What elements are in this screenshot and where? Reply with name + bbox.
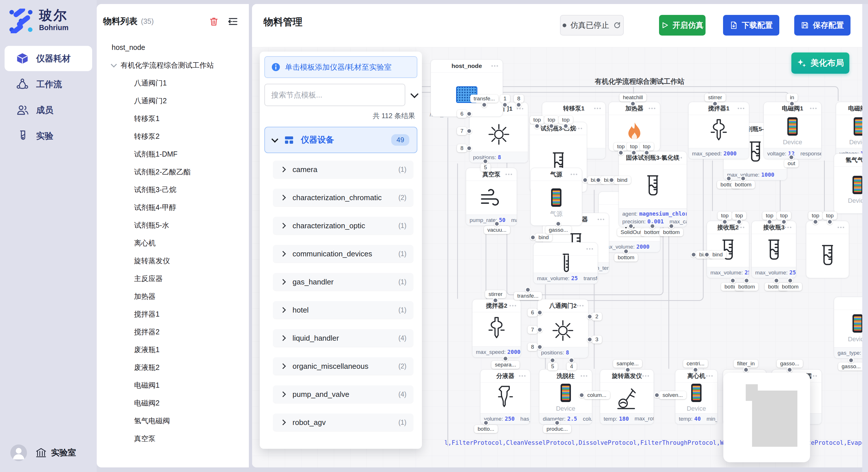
template-category-item[interactable]: pump_and_valve(4) [273,385,413,403]
tree-item[interactable]: 搅拌器2 [112,323,246,341]
node-menu-icon[interactable] [810,375,812,377]
tree-item[interactable]: 试剂瓶1-DMF [112,145,246,163]
template-category-item[interactable]: gas_handler(1) [273,273,413,291]
tree-item[interactable]: 八通阀门1 [112,74,246,92]
template-category-item[interactable]: organic_miscellaneous(2) [273,357,413,375]
node-menu-icon[interactable] [838,227,839,228]
canvas-node[interactable]: 分液器volume:250has_phases:true [480,369,530,425]
canvas-node[interactable]: 气源气源 [530,168,582,226]
port-handle[interactable] [730,278,736,283]
node-menu-icon[interactable] [785,227,786,228]
port-handle[interactable] [740,175,746,181]
tree-item[interactable]: host_node [112,38,246,56]
port-handle[interactable] [595,177,601,183]
start-simulation-button[interactable]: 开启仿真 [659,15,706,36]
tree-item[interactable]: 氢气电磁阀 [112,412,246,430]
vertical-scrollbar[interactable] [862,4,868,472]
canvas-node[interactable]: 搅拌器1max_speed:2000 [688,102,749,159]
canvas-node[interactable]: 接收瓶2max_volume:250 [707,221,749,278]
canvas-node[interactable]: 固体试剂瓶3-氯化镁agent:magnesium_chloridephyspr… [619,151,687,227]
port-handle[interactable] [787,367,793,373]
tree-item[interactable]: 旋转蒸发仪 [112,252,246,270]
node-menu-icon[interactable] [577,305,578,307]
tree-item[interactable]: 废液瓶1 [112,341,246,359]
port-handle[interactable] [693,367,699,373]
canvas-node[interactable]: 接收瓶3max_volume:250 [751,221,796,278]
port-handle[interactable] [481,102,487,108]
port-handle[interactable] [493,297,499,303]
tree-item[interactable]: 试剂瓶3-己烷 [112,181,246,198]
canvas-node[interactable] [806,221,849,278]
template-category-item[interactable]: liquid_handler(4) [273,329,413,347]
port-handle[interactable] [537,327,543,333]
collapse-panel-icon[interactable] [228,16,239,27]
port-handle[interactable] [726,175,732,181]
port-handle[interactable] [609,177,615,183]
tree-item[interactable]: 转移泵2 [112,127,246,145]
port-handle[interactable] [628,223,634,229]
port-handle[interactable] [537,344,543,350]
port-handle[interactable] [736,219,742,225]
port-handle[interactable] [582,177,588,183]
canvas-node[interactable]: max_volume:25transfer_rate:10 [533,242,598,284]
template-category-item[interactable]: communication_devices(1) [273,245,413,263]
node-menu-icon[interactable] [649,108,650,109]
port-handle[interactable] [549,123,555,129]
tree-item[interactable]: 主反应器 [112,270,246,287]
tree-item[interactable]: 试剂瓶2-乙酸乙酯 [112,163,246,181]
port-handle[interactable] [743,367,749,373]
port-handle[interactable] [466,128,472,134]
canvas-node[interactable]: host_node [431,59,503,117]
port-handle[interactable] [813,219,818,225]
delete-icon[interactable] [209,16,219,27]
port-handle[interactable] [563,123,569,129]
port-handle[interactable] [579,392,585,398]
template-category-item[interactable]: camera(1) [273,161,413,178]
port-handle[interactable] [525,287,531,293]
canvas-node[interactable]: 电磁阀1Devicevoltage:12response_time:0.1 [764,102,822,159]
port-handle[interactable] [630,101,636,107]
port-handle[interactable] [530,235,536,241]
port-handle[interactable] [534,123,540,129]
tree-item[interactable]: 离心机 [112,234,246,252]
tree-item[interactable]: 电磁阀2 [112,394,246,412]
simulation-status-pill[interactable]: 仿真已停止 [560,15,624,36]
port-handle[interactable] [587,314,593,320]
node-menu-icon[interactable] [576,128,577,129]
template-category-item[interactable]: characterization_chromatic(2) [273,189,413,206]
tree-item[interactable]: 加热器 [112,287,246,305]
chevron-down-icon[interactable] [111,61,117,67]
port-handle[interactable] [644,150,650,156]
node-menu-icon[interactable] [810,108,811,109]
tree-item[interactable]: 电磁阀1 [112,376,246,394]
port-handle[interactable] [625,367,631,373]
sidebar-item-3[interactable]: 成员 [5,98,92,123]
port-handle[interactable] [788,154,795,160]
download-config-button[interactable]: 下载配置 [723,15,779,36]
port-handle[interactable] [722,219,728,225]
template-category-item[interactable]: robot_agv(1) [273,413,413,431]
port-handle[interactable] [827,219,833,225]
tree-item[interactable]: 转移泵1 [112,109,246,127]
node-menu-icon[interactable] [706,375,708,377]
port-handle[interactable] [537,310,543,316]
node-menu-icon[interactable] [517,108,518,109]
sidebar-item-2[interactable]: 工作流 [5,72,92,97]
port-handle[interactable] [618,150,624,156]
port-handle[interactable] [704,252,710,258]
port-handle[interactable] [767,219,773,225]
node-menu-icon[interactable] [509,305,511,307]
port-handle[interactable] [494,221,500,227]
canvas-node[interactable]: 八通阀门2positions:8 [537,299,588,358]
sidebar-item-4[interactable]: 实验 [5,123,92,148]
user-avatar[interactable] [10,444,27,461]
tree-item[interactable]: 废液瓶2 [112,359,246,376]
sidebar-item-lab[interactable]: 实验室 [35,447,76,459]
port-handle[interactable] [669,223,675,229]
port-handle[interactable] [554,420,560,426]
save-config-button[interactable]: 保存配置 [794,15,850,36]
port-handle[interactable] [483,158,489,164]
tree-item[interactable]: 搅拌器1 [112,305,246,323]
tree-item[interactable]: 试剂瓶4-甲醇 [112,198,246,216]
sidebar-item-1[interactable]: 仪器耗材 [5,46,92,71]
